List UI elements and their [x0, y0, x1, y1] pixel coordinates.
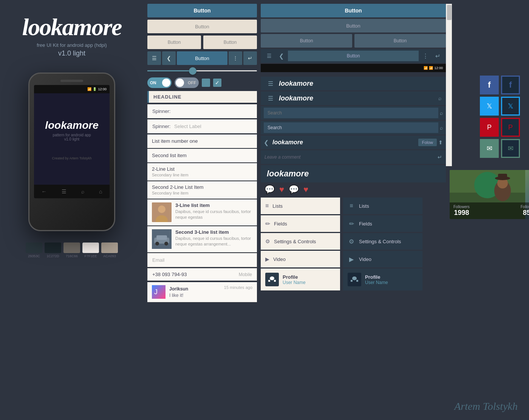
swatch-2: 1C272D [45, 242, 61, 258]
dark-nav-menu-2[interactable]: ☰ [265, 95, 276, 102]
twitter-button-outline[interactable]: 𝕏 [501, 97, 520, 116]
dark-status-icons: 📶 📶 12:00 [424, 66, 443, 70]
dark-status-bar: 📶 📶 12:00 [261, 64, 446, 72]
pinterest-button-outline[interactable]: P [501, 118, 520, 137]
dark-button-inactive[interactable]: Button [261, 19, 446, 32]
comment-field[interactable]: Leave a comment ↵ [261, 150, 446, 164]
slider-track[interactable] [147, 70, 257, 71]
checkbox-unchecked[interactable] [202, 79, 210, 87]
dark-menu-settings[interactable]: ⚙ Settings & Controls [343, 233, 422, 250]
svg-rect-5 [156, 235, 167, 240]
spinner-2[interactable]: Spinner: Select Label [147, 119, 257, 133]
spinner-1[interactable]: Spinner: [147, 104, 257, 118]
menu-btn[interactable]: ☰ [147, 51, 161, 65]
dark-button-active[interactable]: Button [261, 4, 446, 17]
back-btn[interactable]: ❮ [162, 51, 176, 65]
two-line-item-2[interactable]: Second 2-Line List Item Secondary line i… [147, 181, 257, 199]
scrollbar[interactable] [446, 4, 452, 166]
facebook-button-outline[interactable]: f [501, 76, 520, 94]
headline-field: HEADLINE [147, 91, 257, 103]
light-menu-settings[interactable]: ⚙ Settings & Controls [261, 233, 340, 250]
list-item-1[interactable]: List item number one [147, 134, 257, 148]
dark-time: 12:00 [434, 66, 443, 70]
comment-item[interactable]: J Joriksun 15 minutes ago I like it! [147, 282, 257, 302]
home-icon[interactable]: ⌂ [99, 188, 102, 195]
menu-icon[interactable]: ☰ [62, 188, 67, 195]
dark-enter-icon[interactable]: ↵ [432, 52, 443, 60]
phone-field[interactable]: +38 093 794-93 Mobile [147, 268, 257, 281]
dark-menu-profile[interactable]: Profile User Name [343, 269, 422, 290]
followers-stat: Followers 1998 [453, 205, 470, 217]
dark-nav-menu[interactable]: ☰ [265, 80, 276, 87]
profile-label-dark: Profile [365, 274, 388, 280]
chat-icon[interactable]: 💬 [264, 185, 275, 195]
action-btn-main[interactable]: Button [177, 51, 227, 65]
follow-bar: ❮ lookamore Folow ⬆ [261, 136, 446, 149]
dark-settings-icon: ⚙ [348, 238, 355, 245]
button-primary[interactable]: Button [147, 4, 257, 17]
light-menu-profile[interactable]: Profile User Name [261, 269, 340, 290]
dark-menu-fields[interactable]: ✏ Fields [343, 215, 422, 232]
twitter-button-solid[interactable]: 𝕏 [480, 97, 499, 116]
facebook-button-solid[interactable]: f [480, 76, 499, 94]
swatch-3: 716C66 [63, 242, 80, 258]
toggle-on[interactable]: ON [147, 77, 172, 88]
three-line-item-2[interactable]: Second 3-Line list item Dapibus, neque i… [147, 226, 257, 252]
back-icon[interactable]: ← [42, 188, 47, 195]
light-settings-icon: ⚙ [265, 238, 270, 244]
thumbnail-person [152, 202, 172, 222]
light-menu-video[interactable]: ▶ Video [261, 251, 340, 267]
dark-action-btn[interactable]: Button [288, 51, 419, 61]
dark-dots-icon[interactable]: ⋮ [420, 52, 431, 60]
email-field[interactable]: Email [147, 253, 257, 267]
dark-back-icon[interactable]: ❮ [276, 52, 286, 60]
checkbox-checked[interactable]: ✓ [213, 79, 221, 87]
share-button[interactable]: ⬆ [438, 139, 443, 145]
toggle-row: ON OFF ✓ [147, 77, 257, 88]
comment-send-icon[interactable]: ↵ [438, 154, 442, 160]
dark-menu-icon[interactable]: ☰ [264, 53, 274, 59]
search-icon-1[interactable]: ⌕ [440, 110, 443, 116]
enter-btn[interactable]: ↵ [243, 51, 257, 65]
dark-search-icon-1[interactable]: ⌕ [438, 95, 441, 101]
email-button-solid[interactable]: ✉ [480, 139, 499, 158]
follow-back-icon[interactable]: ❮ [264, 139, 269, 146]
dark-menu-lists[interactable]: ≡ Lists [343, 198, 422, 214]
toggle-off[interactable]: OFF [175, 77, 199, 88]
dots-btn[interactable]: ⋮ [229, 51, 242, 65]
brand-version: v1.0 light [58, 49, 85, 57]
three-line-item-1[interactable]: 3-Line list item Dapibus, neque id cursu… [147, 199, 257, 225]
heart-outline-icon[interactable]: ♥ [279, 185, 284, 195]
light-menu-fields[interactable]: ✏ Fields [261, 215, 340, 232]
button-half-right[interactable]: Button [203, 36, 257, 49]
email-button-outline[interactable]: ✉ [501, 139, 520, 158]
swatch-1: 29353C [26, 242, 42, 258]
button-half-left[interactable]: Button [147, 36, 201, 49]
list-item-2[interactable]: Second list item [147, 149, 257, 162]
dark-button-half-right[interactable]: Button [354, 34, 446, 48]
wifi-icon: 📶 [87, 87, 91, 91]
dark-button-half-left[interactable]: Button [261, 34, 352, 48]
slider-container [147, 67, 257, 74]
search-icon[interactable]: ⌕ [81, 188, 84, 195]
search-input-1[interactable] [264, 108, 438, 118]
dark-menu-video[interactable]: ▶ Video [343, 251, 422, 267]
search-icon-2[interactable]: ⌕ [440, 125, 443, 131]
pinterest-button-solid[interactable]: P [480, 118, 499, 137]
search-input-2[interactable] [264, 122, 438, 133]
button-light[interactable]: Button [147, 20, 257, 33]
light-lists-label: Lists [272, 203, 283, 209]
comment-avatar: J [152, 285, 166, 299]
light-menu-lists[interactable]: ≡ Lists [261, 198, 340, 214]
chat-blue-icon[interactable]: 💬 [289, 185, 299, 195]
scrollbar-thumb[interactable] [447, 5, 452, 20]
dark-menu: ≡ Lists ✏ Fields ⚙ Settings & Controls ▶… [343, 198, 422, 292]
follow-button[interactable]: Folow [418, 139, 437, 146]
heart-red-icon[interactable]: ♥ [303, 185, 308, 195]
username-light: User Name [283, 280, 306, 285]
two-line-item-1[interactable]: 2-Line List Secondary line item [147, 163, 257, 181]
social-reactions: 💬 ♥ 💬 ♥ [261, 185, 446, 195]
dark-brand-2: lookamore [279, 94, 437, 102]
comment-body: Joriksun 15 minutes ago I like it! [169, 285, 252, 298]
phone-pattern: pattern for android app [53, 133, 91, 137]
